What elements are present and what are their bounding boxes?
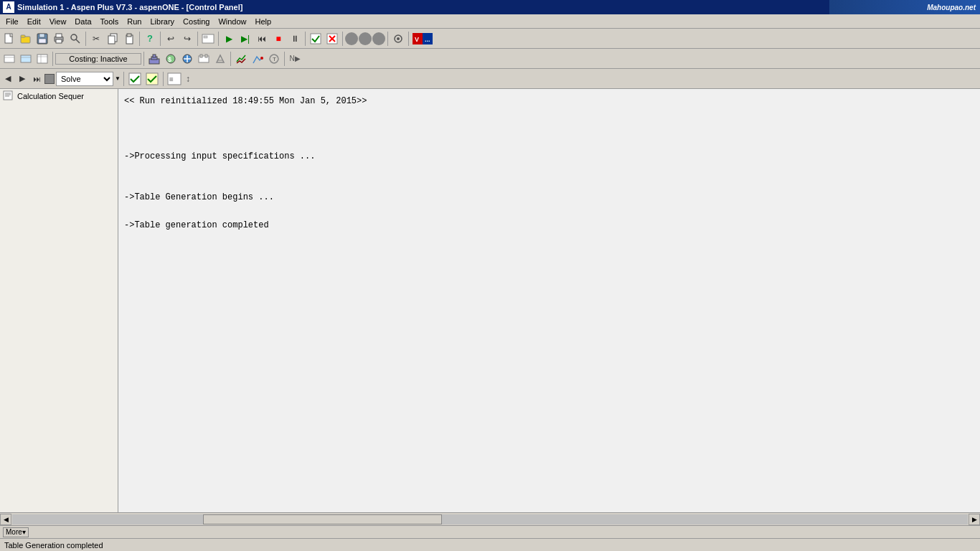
console-line-7 xyxy=(124,177,974,191)
find-button[interactable] xyxy=(67,31,83,47)
tb2-btn7[interactable] xyxy=(196,51,212,67)
menu-run[interactable]: Run xyxy=(123,16,146,27)
svg-rect-53 xyxy=(4,91,12,100)
console-output: << Run reinitialized 18:49:55 Mon Jan 5,… xyxy=(118,89,980,512)
control-panel-button[interactable] xyxy=(200,31,216,47)
paste-button[interactable] xyxy=(121,31,137,47)
main-area: Calculation Sequer << Run reinitialized … xyxy=(0,89,980,512)
menu-bar: File Edit View Data Tools Run Library Co… xyxy=(0,14,980,29)
solve-arrows-button[interactable]: ↕ xyxy=(184,71,199,87)
scroll-track[interactable] xyxy=(12,514,968,524)
sep-c3 xyxy=(230,52,231,66)
open-button[interactable] xyxy=(18,31,34,47)
sep-s1 xyxy=(123,72,124,86)
svg-rect-44 xyxy=(205,55,207,57)
sep-6 xyxy=(305,32,306,46)
solve-mode-button[interactable]: ≡ xyxy=(166,71,182,87)
svg-rect-36 xyxy=(153,55,156,57)
scroll-left-arrow[interactable]: ◀ xyxy=(0,514,11,525)
status-circle-gray2 xyxy=(359,32,372,45)
svg-rect-16 xyxy=(204,36,207,38)
solve-toolbar: ◀ ▶ ⏭ Solve ▼ ≡ ↕ xyxy=(0,69,980,89)
save-button[interactable] xyxy=(34,31,50,47)
menu-window[interactable]: Window xyxy=(214,16,250,27)
run-start-button[interactable]: ▶ xyxy=(221,31,237,47)
menu-help[interactable]: Help xyxy=(251,16,276,27)
x-check-button[interactable] xyxy=(324,31,340,47)
solve-check-button2[interactable] xyxy=(144,71,160,87)
check-button[interactable] xyxy=(308,31,324,47)
menu-view[interactable]: View xyxy=(45,16,71,27)
last-step-button[interactable]: ⏭ xyxy=(30,72,43,85)
undo-button[interactable]: ↩ xyxy=(163,31,179,47)
console-line-4 xyxy=(124,136,974,150)
tb2-btn11[interactable]: T xyxy=(266,51,282,67)
run-rewind-button[interactable]: ⏮ xyxy=(254,31,270,47)
status-circle-gray3 xyxy=(372,32,385,45)
menu-data[interactable]: Data xyxy=(70,16,95,27)
toolbar-1: ✂ ? ↩ ↪ ▶ ▶| ⏮ ■ ⏸ V... xyxy=(0,29,980,49)
copy-button[interactable] xyxy=(105,31,121,47)
run-step-button[interactable]: ▶| xyxy=(237,31,253,47)
tb2-btn9[interactable] xyxy=(233,51,249,67)
console-line-6 xyxy=(124,164,974,177)
svg-text:T: T xyxy=(273,56,276,62)
svg-rect-12 xyxy=(108,36,115,44)
scroll-thumb[interactable] xyxy=(203,514,442,524)
stop-button[interactable] xyxy=(44,74,55,84)
status-circle-gray1 xyxy=(345,32,358,45)
svg-text:≡: ≡ xyxy=(169,75,174,83)
tb2-btn10[interactable] xyxy=(250,51,265,67)
tb2-btn8[interactable] xyxy=(212,51,228,67)
horizontal-scrollbar[interactable]: ◀ ▶ xyxy=(0,512,980,525)
menu-file[interactable]: File xyxy=(1,16,23,27)
solve-check-button1[interactable] xyxy=(127,71,143,87)
sep-1 xyxy=(85,32,86,46)
customize-button[interactable] xyxy=(390,31,406,47)
svg-rect-4 xyxy=(39,34,44,37)
scroll-right-arrow[interactable]: ▶ xyxy=(969,514,980,525)
title-text: Simulation 1 - Aspen Plus V7.3 - aspenON… xyxy=(17,3,940,11)
console-line-10: ->Table generation completed xyxy=(124,219,974,232)
tb2-btn2[interactable] xyxy=(18,51,34,67)
sep-c1 xyxy=(52,52,53,66)
run-stop-button[interactable]: ■ xyxy=(270,31,286,47)
more-button[interactable]: More▾ xyxy=(3,527,29,537)
tb2-btn5[interactable]: $ xyxy=(163,51,179,67)
print-button[interactable] xyxy=(51,31,67,47)
help-button[interactable]: ? xyxy=(142,31,158,47)
calcseq-label: Calculation Sequer xyxy=(17,92,84,100)
console-line-9 xyxy=(124,205,974,219)
menu-tools[interactable]: Tools xyxy=(96,16,123,27)
logo-area: Mahoupao.net xyxy=(829,0,980,14)
sep-c2 xyxy=(143,52,144,66)
tb2-btn4[interactable] xyxy=(146,51,162,67)
tb2-btn1[interactable] xyxy=(1,51,17,67)
svg-rect-5 xyxy=(39,39,46,43)
view-toggle-button[interactable]: V... xyxy=(411,31,434,47)
menu-library[interactable]: Library xyxy=(146,16,179,27)
sidebar-item-calcseq[interactable]: Calculation Sequer xyxy=(0,89,118,103)
tb2-btn3[interactable] xyxy=(34,51,50,67)
run-pause-button[interactable]: ⏸ xyxy=(287,31,303,47)
svg-rect-29 xyxy=(21,55,31,62)
tb2-btn6[interactable] xyxy=(179,51,195,67)
cut-button[interactable]: ✂ xyxy=(88,31,104,47)
redo-button[interactable]: ↪ xyxy=(179,31,195,47)
tb2-btn12[interactable]: N▶ xyxy=(287,51,303,67)
menu-costing[interactable]: Costing xyxy=(179,16,214,27)
sep-c4 xyxy=(284,52,285,66)
svg-text:V: V xyxy=(415,36,419,43)
new-button[interactable] xyxy=(1,31,17,47)
sep-s2 xyxy=(163,72,164,86)
prev-step-button[interactable]: ◀ xyxy=(1,72,14,85)
console-line-1: << Run reinitialized 18:49:55 Mon Jan 5,… xyxy=(124,95,974,108)
svg-rect-27 xyxy=(4,55,14,62)
menu-edit[interactable]: Edit xyxy=(23,16,45,27)
solve-dropdown[interactable]: Solve xyxy=(56,72,113,86)
dropdown-arrow-icon: ▼ xyxy=(115,75,121,82)
app-icon: A xyxy=(3,1,14,13)
sep-8 xyxy=(387,32,388,46)
sep-2 xyxy=(139,32,140,46)
next-step-button[interactable]: ▶ xyxy=(16,72,29,85)
